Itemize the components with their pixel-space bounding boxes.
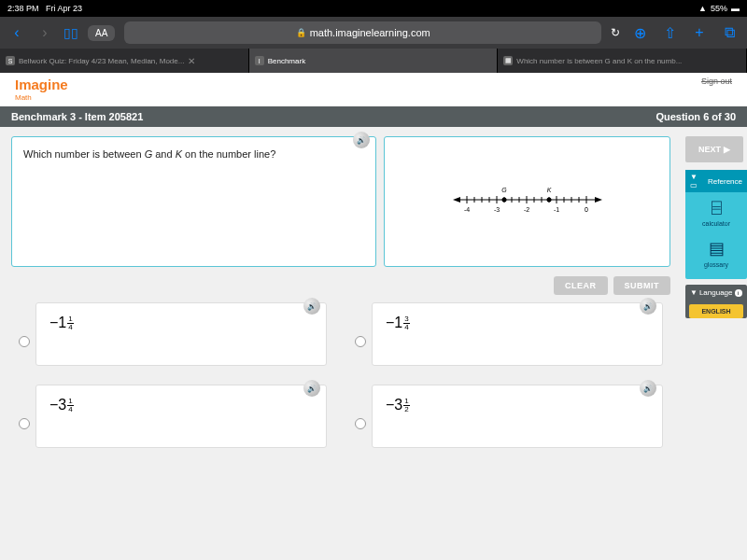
audio-button[interactable]: 🔊: [353, 132, 370, 148]
back-button[interactable]: ‹: [7, 24, 26, 41]
radio-a[interactable]: [19, 336, 30, 347]
tab-favicon: ▦: [503, 56, 513, 65]
download-icon[interactable]: ⊕: [629, 24, 650, 42]
answer-option-b[interactable]: 🔊 −134: [355, 302, 663, 366]
radio-b[interactable]: [355, 336, 366, 347]
svg-point-21: [546, 198, 551, 203]
tab-label: Which number is between G and K on the n…: [516, 57, 682, 65]
diagram-panel: G K -4 -3 -2 -1 0: [384, 136, 670, 267]
battery-icon: ▬: [731, 4, 740, 13]
answer-box: 🔊 −314: [35, 385, 327, 448]
share-icon[interactable]: ⇧: [659, 24, 680, 42]
answers-grid: 🔊 −114 🔊 −134 🔊 −314: [11, 302, 670, 448]
answer-option-d[interactable]: 🔊 −312: [355, 385, 663, 448]
tabs-icon[interactable]: ⧉: [719, 24, 740, 41]
battery-pct: 55%: [711, 4, 727, 13]
number-line: G K -4 -3 -2 -1 0: [453, 181, 602, 222]
tab-favicon: S: [6, 56, 15, 65]
svg-text:-1: -1: [553, 206, 558, 213]
text-size-button[interactable]: AA: [88, 25, 115, 41]
audio-button[interactable]: 🔊: [640, 380, 656, 397]
question-panel: 🔊 Which number is between G and K on the…: [11, 136, 376, 267]
answer-box: 🔊 −114: [35, 302, 327, 366]
tab-label: Bellwork Quiz: Friday 4/23 Mean, Median,…: [19, 57, 184, 65]
ios-status-bar: 2:38 PM Fri Apr 23 ▲ 55% ▬: [0, 0, 747, 17]
var-k: K: [176, 148, 182, 160]
answer-option-a[interactable]: 🔊 −114: [19, 302, 327, 366]
brand-sub: Math: [15, 93, 68, 102]
status-date: Fri Apr 23: [46, 4, 82, 13]
new-tab-icon[interactable]: +: [689, 24, 710, 41]
tab-question[interactable]: ▦ Which number is between G and K on the…: [498, 49, 747, 73]
radio-d[interactable]: [355, 418, 366, 429]
benchmark-title: Benchmark 3 - Item 205821: [11, 111, 143, 122]
svg-marker-1: [453, 197, 460, 203]
submit-button[interactable]: SUBMIT: [613, 276, 671, 295]
audio-button[interactable]: 🔊: [303, 380, 320, 397]
answer-option-c[interactable]: 🔊 −314: [19, 385, 327, 448]
question-counter: Question 6 of 30: [655, 111, 736, 122]
svg-text:G: G: [501, 187, 507, 193]
question-text: Which number is between: [23, 148, 145, 160]
svg-marker-2: [595, 197, 602, 203]
answer-box: 🔊 −134: [372, 302, 663, 366]
tab-bellwork[interactable]: S Bellwork Quiz: Friday 4/23 Mean, Media…: [0, 49, 249, 73]
svg-text:-3: -3: [493, 206, 499, 213]
svg-point-20: [501, 198, 506, 203]
tab-label: Benchmark: [268, 57, 305, 65]
status-time: 2:38 PM: [7, 4, 39, 13]
var-g: G: [145, 148, 153, 160]
tab-favicon: I: [255, 56, 264, 65]
url-text: math.imaginelearning.com: [310, 27, 430, 38]
audio-button[interactable]: 🔊: [640, 298, 656, 315]
svg-text:-4: -4: [463, 206, 469, 213]
main-area: 🔊 Which number is between G and K on the…: [0, 127, 747, 457]
question-text: and: [152, 148, 175, 160]
reload-icon[interactable]: ↻: [611, 26, 620, 39]
safari-toolbar: ‹ › ▯▯ AA 🔒 math.imaginelearning.com ↻ ⊕…: [0, 17, 747, 49]
bookmarks-icon[interactable]: ▯▯: [63, 25, 78, 40]
question-header: Benchmark 3 - Item 205821 Question 6 of …: [0, 106, 747, 127]
wifi-icon: ▲: [698, 4, 707, 13]
page-content: Imagine Math Sign out Benchmark 3 - Item…: [0, 73, 747, 560]
sign-out-link[interactable]: Sign out: [701, 77, 732, 86]
brand-name: Imagine: [15, 77, 68, 92]
tab-bar: S Bellwork Quiz: Friday 4/23 Mean, Media…: [0, 49, 747, 73]
question-text: on the number line?: [182, 148, 275, 160]
clear-button[interactable]: CLEAR: [554, 276, 608, 295]
answer-box: 🔊 −312: [372, 385, 663, 448]
lock-icon: 🔒: [296, 28, 306, 37]
audio-button[interactable]: 🔊: [303, 298, 320, 315]
forward-button[interactable]: ›: [35, 24, 54, 41]
radio-c[interactable]: [19, 418, 30, 429]
tab-benchmark[interactable]: I Benchmark: [249, 49, 499, 73]
svg-text:0: 0: [585, 206, 588, 213]
brand-header: Imagine Math Sign out: [0, 73, 747, 106]
svg-text:K: K: [546, 187, 551, 193]
address-bar[interactable]: 🔒 math.imaginelearning.com: [124, 21, 601, 44]
svg-text:-2: -2: [523, 206, 529, 213]
close-tab-icon[interactable]: ✕: [188, 56, 195, 66]
